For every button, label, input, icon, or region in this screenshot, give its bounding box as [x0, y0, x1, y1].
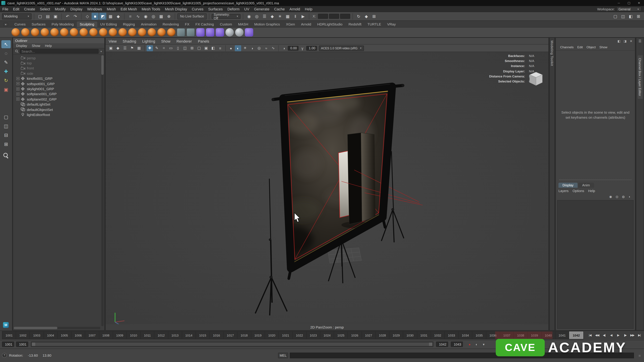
maya-modeling-badge[interactable]: M [3, 322, 9, 328]
layout-four-panes-icon[interactable]: ⊞ [635, 13, 642, 20]
snap-to-grid-icon[interactable]: ⌗ [127, 13, 134, 20]
frame-tick-1031[interactable]: 1031 [417, 332, 431, 339]
viewport-menu-panels[interactable]: Panels [195, 39, 212, 43]
sculpt-brush-shelf-icon[interactable] [12, 28, 20, 36]
menu-edit-mesh[interactable]: Edit Mesh [118, 6, 139, 12]
select-object-icon[interactable]: ■ [92, 13, 98, 20]
grid-display-icon[interactable]: ⌗ [161, 45, 167, 51]
shelf-tab-custom[interactable]: Custom [217, 21, 235, 27]
menu-set-select[interactable]: Modeling ▼ [2, 13, 32, 19]
imprint-brush-shelf-icon[interactable] [99, 28, 107, 36]
shelf-tab-animation[interactable]: Animation [138, 21, 160, 27]
coordinate-y-field[interactable] [329, 14, 339, 19]
render-settings-icon[interactable]: ☰ [261, 13, 268, 20]
outliner-item-softplane002-grp[interactable]: +softplane002_GRP [13, 96, 101, 102]
menu-arnold[interactable]: Arnold [287, 6, 302, 12]
shelf-tab-arnold[interactable]: Arnold [298, 21, 314, 27]
camera-attributes-icon[interactable]: ☰ [122, 45, 128, 51]
2d-pan-zoom-icon[interactable]: ✚ [146, 45, 153, 51]
resolution-gate-icon[interactable]: ▯ [175, 45, 181, 51]
close-panel-icon[interactable]: ✕ [628, 38, 634, 43]
channel-menu-edit[interactable]: Edit [577, 45, 583, 49]
fill-brush-shelf-icon[interactable] [128, 28, 136, 36]
frame-tick-1008[interactable]: 1008 [99, 332, 113, 339]
outliner-item-lighteditorroot[interactable]: lightEditorRoot [13, 112, 101, 117]
outliner-menu-display[interactable]: Display [14, 44, 29, 47]
frame-tick-1023[interactable]: 1023 [306, 332, 320, 339]
safe-action-icon[interactable]: ▢ [196, 45, 202, 51]
layer-tab-display[interactable]: Display [558, 183, 578, 188]
frame-tick-1016[interactable]: 1016 [210, 332, 224, 339]
channel-box-layer-editor-tab[interactable]: Channel Box / Layer Editor [638, 55, 642, 99]
poly-count-icon[interactable]: ⊞ [370, 13, 378, 20]
object-details-icon[interactable]: ≡ [217, 45, 224, 51]
coordinate-z-field[interactable] [340, 14, 350, 19]
playback-start-field[interactable] [2, 342, 14, 347]
shelf-tab-hdrlightstudio[interactable]: HDRLightStudio [314, 21, 346, 27]
menu-select[interactable]: Select [38, 6, 52, 12]
anim-preferences-icon[interactable]: ◐ [474, 342, 479, 347]
wax-brush-shelf-icon[interactable] [109, 28, 117, 36]
undo-icon[interactable]: ↶ [64, 13, 71, 20]
view-transform-select[interactable]: ACES 1.0 SDR-video (sRGB) ▼ [319, 45, 364, 51]
channel-menu-show[interactable]: Show [600, 45, 608, 49]
safe-title-icon[interactable]: ▣ [203, 45, 209, 51]
menu-generate[interactable]: Generate [252, 6, 272, 12]
layout-three-panes-icon[interactable]: ◧ [627, 13, 634, 20]
layer-menu-options[interactable]: Options [572, 189, 584, 193]
gamma-field[interactable]: 1.00 [306, 46, 317, 50]
field-chart-icon[interactable]: ⊞ [189, 45, 195, 51]
render-current-frame-icon[interactable]: ◉ [246, 13, 252, 20]
frame-tick-1019[interactable]: 1019 [251, 332, 265, 339]
bulge-brush-shelf-icon[interactable] [157, 28, 166, 36]
frame-tick-1017[interactable]: 1017 [224, 332, 237, 339]
select-hierarchy-icon[interactable]: ◇ [84, 13, 91, 20]
menu-deform[interactable]: Deform [225, 6, 242, 12]
outliner-menu-show[interactable]: Show [30, 44, 42, 47]
viewport-canvas[interactable]: Backfaces:N/ASmoothness:N/AInstance:N/AD… [106, 52, 548, 324]
expand-icon[interactable]: + [16, 82, 20, 85]
snap-to-point-icon[interactable]: ◉ [142, 13, 149, 20]
shelf-tab-poly-modeling[interactable]: Poly Modeling [48, 21, 77, 27]
look-dev-icon[interactable]: ▦ [284, 13, 291, 20]
outliner-vertical-scrollbar[interactable] [101, 55, 104, 326]
shelf-tab-menu-icon[interactable]: ▾ [3, 23, 8, 26]
layer-tab-anim[interactable]: Anim [578, 183, 594, 188]
snap-to-view-plane-icon[interactable]: ▦ [158, 13, 165, 20]
expand-icon[interactable]: + [16, 98, 20, 101]
channel-menu-channels[interactable]: Channels [560, 45, 574, 49]
shelf-tab-motion-graphics[interactable]: Motion Graphics [251, 21, 283, 27]
layout-four-view-icon[interactable]: ⊞ [1, 140, 11, 148]
layout-single-pane-icon[interactable]: ▢ [612, 13, 619, 20]
menu-mesh-tools[interactable]: Mesh Tools [139, 6, 163, 12]
shelf-tab-turtle[interactable]: TURTLE [364, 21, 384, 27]
menu-curves[interactable]: Curves [189, 6, 206, 12]
menu-display[interactable]: Display [68, 6, 85, 12]
outliner-item-softplane001-grp[interactable]: +softplane001_GRP [13, 91, 101, 96]
range-start-handle[interactable] [32, 343, 35, 346]
layer-toggle-b-icon[interactable]: ◎ [614, 194, 620, 199]
smear-brush-shelf-icon[interactable] [148, 28, 156, 36]
lock-camera-icon[interactable]: ◆ [115, 45, 121, 51]
select-tool-icon[interactable]: ↖ [1, 40, 11, 48]
frame-tick-1029[interactable]: 1029 [390, 332, 403, 339]
select-camera-icon[interactable]: ▣ [108, 45, 114, 51]
frame-tick-1012[interactable]: 1012 [154, 332, 168, 339]
menu-modify[interactable]: Modify [52, 6, 68, 12]
menu-create[interactable]: Create [22, 6, 38, 12]
outliner-search-input[interactable] [20, 49, 98, 54]
frame-tick-1001[interactable]: 1001 [2, 332, 16, 339]
frame-tick-1030[interactable]: 1030 [403, 332, 417, 339]
live-surface-field[interactable]: No Live Surface [178, 13, 206, 19]
ipr-render-icon[interactable]: ◎ [253, 13, 260, 20]
frame-tick-1009[interactable]: 1009 [113, 332, 127, 339]
menu-mesh[interactable]: Mesh [104, 6, 118, 12]
layout-single-icon[interactable]: ▢ [1, 113, 11, 121]
viewport-menu-lighting[interactable]: Lighting [139, 39, 158, 43]
flatten-brush-shelf-icon[interactable] [60, 28, 68, 36]
layer-menu-help[interactable]: Help [588, 189, 595, 193]
anti-aliasing-icon[interactable]: ∿ [270, 45, 276, 51]
shelf-tab-fx-caching[interactable]: FX Caching [192, 21, 217, 27]
uv-sculpt-tool-shelf-icon[interactable] [196, 28, 204, 36]
film-gate-icon[interactable]: ▭ [168, 45, 174, 51]
